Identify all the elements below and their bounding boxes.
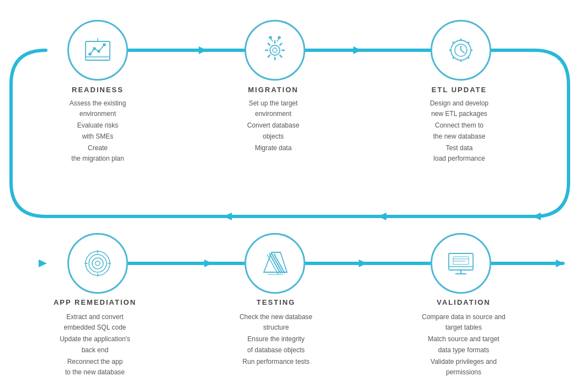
- svg-rect-64: [453, 257, 469, 264]
- testing-desc: Check the new databasestructure Ensure t…: [215, 312, 337, 368]
- svg-line-25: [268, 43, 270, 46]
- svg-point-31: [269, 36, 272, 39]
- svg-point-14: [89, 53, 91, 55]
- svg-point-15: [93, 47, 95, 50]
- svg-marker-2: [353, 46, 362, 54]
- testing-circle: [245, 233, 305, 294]
- svg-marker-6: [224, 213, 232, 220]
- pencil-icon: [259, 248, 290, 279]
- app-remediation-title: APP REMEDIATION: [34, 298, 156, 306]
- svg-point-16: [98, 50, 100, 52]
- clock-gear-icon: [445, 35, 476, 66]
- svg-line-27: [280, 43, 283, 46]
- etl-title: ETL UPDATE: [407, 86, 512, 94]
- svg-marker-11: [556, 259, 564, 267]
- monitor-icon: [445, 248, 476, 279]
- migration-circle: [245, 20, 305, 81]
- svg-rect-60: [449, 253, 473, 270]
- svg-point-48: [95, 261, 100, 266]
- migration-desc: Set up the targetenvironment Convert dat…: [221, 98, 326, 155]
- svg-line-54: [272, 253, 283, 273]
- svg-marker-9: [204, 259, 213, 267]
- validation-title: VALIDATION: [403, 298, 524, 306]
- svg-marker-10: [359, 259, 367, 267]
- svg-line-43: [468, 42, 470, 44]
- chart-icon: [82, 35, 113, 66]
- readiness-title: READINESS: [45, 86, 150, 94]
- validation-circle: [431, 233, 491, 294]
- svg-point-19: [270, 45, 280, 55]
- svg-point-32: [278, 36, 280, 39]
- etl-desc: Design and developnew ETL packages Conne…: [407, 98, 512, 165]
- app-remediation-desc: Extract and convertembedded SQL code Upd…: [34, 312, 156, 379]
- svg-point-20: [273, 48, 277, 52]
- svg-line-41: [453, 42, 454, 44]
- svg-line-36: [461, 50, 465, 53]
- svg-marker-7: [39, 259, 47, 267]
- migration-title: MIGRATION: [221, 86, 326, 94]
- svg-point-46: [89, 255, 107, 272]
- svg-marker-5: [378, 213, 386, 220]
- diagram: READINESS Assess the existingenvironment…: [0, 0, 579, 392]
- svg-line-44: [453, 57, 454, 59]
- app-remediation-circle: [67, 233, 128, 294]
- gear-bug-icon: [259, 35, 290, 66]
- readiness-desc: Assess the existingenvironment Evaluate …: [45, 98, 150, 165]
- svg-line-28: [268, 55, 270, 58]
- svg-line-42: [468, 57, 470, 59]
- target-icon: [82, 248, 113, 279]
- validation-desc: Compare data in source andtarget tables …: [403, 312, 524, 379]
- svg-marker-1: [199, 46, 207, 54]
- etl-circle: [431, 20, 491, 81]
- svg-line-26: [280, 55, 283, 58]
- readiness-circle: [67, 20, 128, 81]
- svg-point-17: [103, 44, 105, 46]
- svg-point-47: [92, 258, 103, 269]
- testing-title: TESTING: [215, 298, 337, 306]
